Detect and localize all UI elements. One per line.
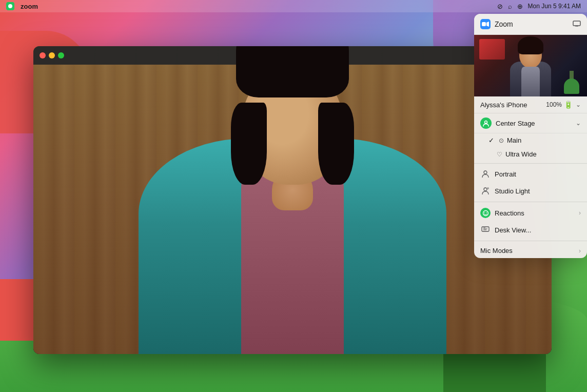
- reactions-icon: [480, 208, 491, 218]
- close-button[interactable]: [40, 52, 46, 58]
- menubar-user-icon[interactable]: ⊕: [517, 3, 523, 10]
- thumb-shirt: [521, 67, 540, 96]
- mic-modes-row[interactable]: Mic Modes ›: [474, 243, 587, 258]
- svg-point-0: [8, 4, 12, 8]
- svg-point-7: [484, 188, 487, 191]
- battery-percentage: 100%: [546, 101, 562, 108]
- person-hair-right: [318, 103, 354, 185]
- desk-view-icon: [480, 225, 491, 235]
- main-camera-icon: ⊙: [499, 137, 504, 144]
- separator-2: [474, 202, 587, 202]
- dropdown-app-name: Zoom: [495, 20, 573, 28]
- zoom-app-icon: [480, 19, 491, 29]
- fullscreen-button[interactable]: [58, 52, 64, 58]
- separator-3: [474, 241, 587, 241]
- dropdown-header: Zoom: [474, 14, 587, 35]
- plant-leaves: [564, 79, 579, 94]
- svg-rect-3: [573, 21, 580, 26]
- ultrawide-icon: ♡: [497, 151, 502, 158]
- studio-light-icon: [480, 186, 491, 196]
- reactions-chevron-icon: ›: [579, 209, 581, 217]
- svg-point-8: [487, 187, 489, 189]
- desk-view-menu-item[interactable]: Desk View...: [474, 222, 587, 239]
- zoom-dropdown-panel: Zoom Alyssa's iPhone 100%: [474, 14, 587, 258]
- thumbnail-plant: [564, 71, 579, 96]
- svg-rect-4: [575, 26, 578, 27]
- menubar-time: Mon Jun 5 9:41 AM: [528, 3, 581, 10]
- camera-option-main[interactable]: ✓ ⊙ Main: [474, 133, 587, 147]
- battery-icon: 🔋: [564, 101, 573, 109]
- svg-point-11: [486, 212, 487, 213]
- center-stage-chevron-icon: ⌄: [576, 120, 581, 127]
- minimize-button[interactable]: [49, 52, 55, 58]
- center-stage-label: Center Stage: [496, 120, 576, 127]
- separator-1: [474, 163, 587, 164]
- svg-point-5: [485, 121, 487, 124]
- thumb-hair: [518, 36, 543, 54]
- main-camera-label: Main: [507, 136, 521, 144]
- mic-modes-label: Mic Modes: [480, 247, 579, 254]
- device-name: Alyssa's iPhone: [480, 101, 546, 109]
- device-chevron-icon[interactable]: ⌄: [576, 101, 581, 108]
- person-hair-left: [231, 103, 267, 185]
- menubar-zoom-icon: [6, 2, 14, 10]
- menubar-wifi-icon: ⊘: [497, 3, 503, 10]
- menubar-zoom-label[interactable]: zoom: [21, 3, 38, 10]
- menubar-right: ⊘ ⌕ ⊕ Mon Jun 5 9:41 AM: [497, 3, 581, 10]
- center-stage-row[interactable]: Center Stage ⌄: [474, 113, 587, 133]
- thumbnail-artwork: [479, 39, 505, 60]
- thumbnail-person: [507, 37, 554, 96]
- svg-point-6: [484, 171, 487, 174]
- menubar-left: zoom: [6, 2, 38, 10]
- thumbnail-video: [474, 35, 587, 96]
- check-icon-main: ✓: [488, 136, 497, 144]
- camera-option-ultrawide[interactable]: ♡ Ultra Wide: [474, 147, 587, 161]
- reactions-label: Reactions: [495, 209, 579, 217]
- portrait-menu-item[interactable]: Portrait: [474, 166, 587, 183]
- battery-info: 100% 🔋 ⌄: [546, 101, 581, 109]
- svg-point-10: [484, 212, 485, 213]
- menubar: zoom ⊘ ⌕ ⊕ Mon Jun 5 9:41 AM: [0, 0, 587, 12]
- ultrawide-label: Ultra Wide: [505, 150, 537, 158]
- person-hair: [236, 46, 349, 97]
- mic-modes-chevron-icon: ›: [579, 247, 581, 254]
- portrait-icon: [480, 169, 491, 179]
- device-bar: Alyssa's iPhone 100% 🔋 ⌄: [474, 96, 587, 113]
- traffic-lights: [40, 52, 64, 58]
- screen-share-icon[interactable]: [573, 21, 581, 28]
- studio-light-menu-item[interactable]: Studio Light: [474, 183, 587, 200]
- portrait-label: Portrait: [495, 170, 581, 178]
- svg-marker-2: [486, 22, 489, 27]
- desk-view-label: Desk View...: [495, 226, 581, 234]
- reactions-menu-item[interactable]: Reactions ›: [474, 204, 587, 222]
- svg-rect-1: [482, 22, 486, 26]
- menubar-search-icon[interactable]: ⌕: [508, 3, 512, 10]
- center-stage-icon: [480, 117, 492, 129]
- studio-light-label: Studio Light: [495, 187, 581, 195]
